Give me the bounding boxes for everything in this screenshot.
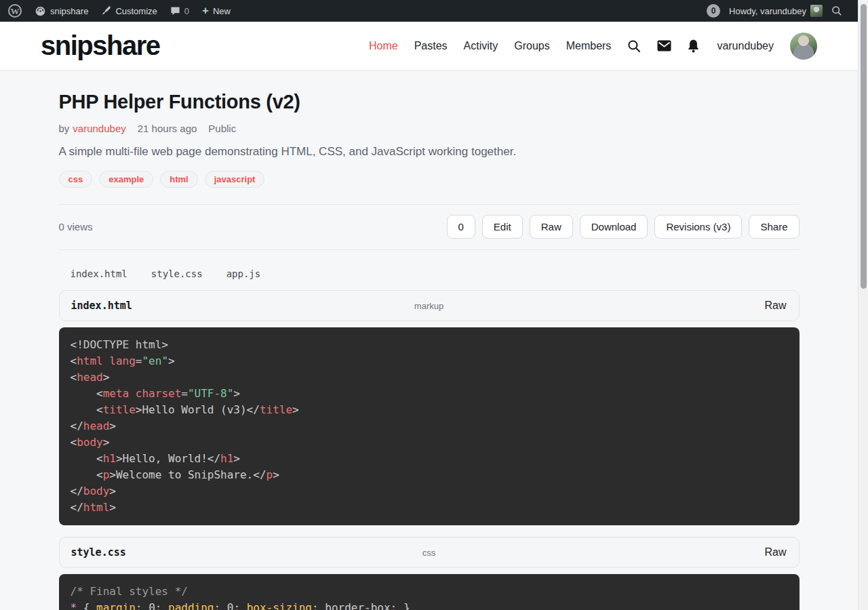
file-tabs: index.htmlstyle.cssapp.js [59,268,800,279]
code-cards: index.htmlmarkupRaw<!DOCTYPE html> <html… [59,290,800,610]
notifications-button[interactable] [688,39,699,53]
wp-admin-bar: W snipshare Customize 0 + New 0 Howdy, v… [0,0,868,22]
search-icon [627,39,641,53]
adminbar-site-menu[interactable]: snipshare [35,0,88,22]
actions-row: 0 views 0EditRawDownloadRevisions (v3)Sh… [59,205,800,249]
paintbrush-icon [101,6,111,16]
nav-home[interactable]: Home [369,40,398,52]
adminbar-new[interactable]: + New [202,0,231,22]
file-tab-app-js[interactable]: app.js [226,268,261,279]
nav-members[interactable]: Members [566,40,612,52]
adminbar-site-name: snipshare [50,6,88,16]
plus-icon: + [202,5,209,16]
page-title: PHP Helper Functions (v2) [59,91,800,113]
visibility-label: Public [208,123,236,134]
adminbar-customize[interactable]: Customize [101,0,157,22]
adminbar-avatar [810,5,823,17]
bell-icon [688,39,699,53]
divider [59,249,800,250]
site-logo[interactable]: snipshare [41,30,159,61]
notification-badge[interactable]: 0 [707,4,720,18]
byline-prefix: by [59,123,70,134]
adminbar-account-menu[interactable]: Howdy, varundubey [729,0,823,22]
code-block: <!DOCTYPE html> <html lang="en"> <head> … [59,327,800,525]
file-tab-style-css[interactable]: style.css [151,268,203,279]
header-username[interactable]: varundubey [717,40,774,52]
header-search-button[interactable] [627,39,641,53]
scrollbar-thumb[interactable] [861,4,867,289]
author-link[interactable]: varundubey [73,123,125,134]
raw-button[interactable]: Raw [530,215,573,239]
messages-button[interactable] [657,40,671,52]
code-block: /* Final styles */ * { margin: 0; paddin… [59,574,800,610]
avatar[interactable] [790,33,817,60]
adminbar-search[interactable] [831,0,842,22]
code-card-header: style.csscssRaw [59,537,800,568]
code-filename: index.html [71,300,132,312]
edit-button[interactable]: Edit [482,215,523,239]
wordpress-logo-icon: W [8,4,22,18]
nav-groups[interactable]: Groups [514,40,549,52]
tag-css[interactable]: css [59,171,93,188]
adminbar-customize-label: Customize [115,6,157,16]
0-button[interactable]: 0 [447,215,475,239]
code-language-badge: markup [414,301,443,311]
paste-detail: PHP Helper Functions (v2) by varundubey … [59,70,800,610]
action-buttons: 0EditRawDownloadRevisions (v3)Share [447,215,800,239]
file-tab-index-html[interactable]: index.html [71,268,127,279]
tag-html[interactable]: html [160,171,197,188]
code-card-style-css: style.csscssRaw/* Final styles */ * { ma… [59,537,800,610]
dashboard-gauge-icon [35,5,46,17]
raw-link[interactable]: Raw [764,300,786,312]
paste-description: A simple multi-file web page demonstrati… [59,145,800,159]
nav-pastes[interactable]: Pastes [414,40,448,52]
adminbar-new-label: New [213,6,231,16]
time-ago: 21 hours ago [138,123,197,134]
tag-javascript[interactable]: javascript [205,171,265,188]
revisions-v3-button[interactable]: Revisions (v3) [654,215,742,239]
share-button[interactable]: Share [749,215,799,239]
code-language-badge: css [422,548,436,558]
raw-link[interactable]: Raw [764,546,786,558]
site-header: snipshare HomePastesActivityGroupsMember… [0,22,868,70]
adminbar-comments[interactable]: 0 [170,0,189,22]
code-filename: style.css [71,546,126,558]
nav-activity[interactable]: Activity [464,40,498,52]
paste-meta: by varundubey 21 hours ago Public [59,123,800,134]
search-icon [831,5,842,16]
code-card-index-html: index.htmlmarkupRaw<!DOCTYPE html> <html… [59,290,800,525]
page-body: PHP Helper Functions (v2) by varundubey … [0,70,858,610]
howdy-label: Howdy, varundubey [729,6,806,16]
adminbar-comments-count: 0 [184,6,189,16]
code-card-header: index.htmlmarkupRaw [59,290,800,321]
byline: by varundubey [59,123,126,134]
scrollbar-track[interactable] [858,0,868,610]
tag-list: cssexamplehtmljavascript [59,171,800,188]
main-nav: HomePastesActivityGroupsMembers [369,40,611,52]
wp-logo[interactable]: W [8,0,22,22]
tag-example[interactable]: example [99,171,153,188]
views-count: 0 views [59,221,93,232]
envelope-icon [657,40,671,52]
comment-bubble-icon [170,6,180,16]
download-button[interactable]: Download [580,215,648,239]
